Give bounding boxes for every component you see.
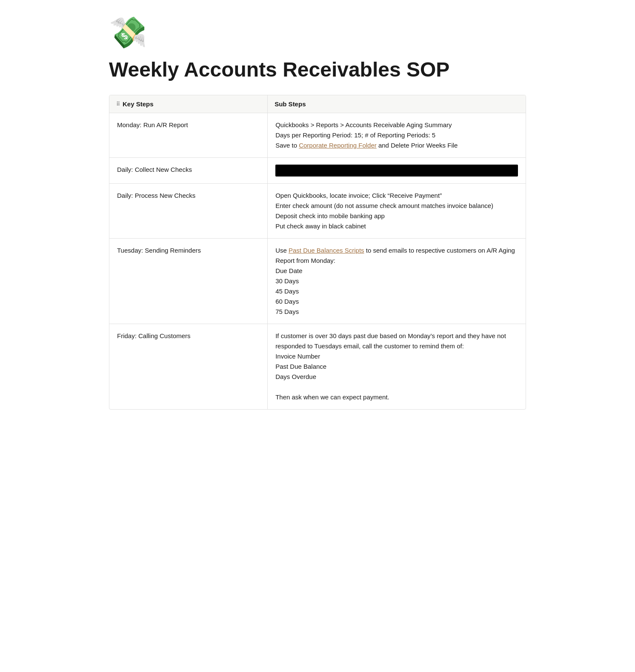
sub-step-line: Past Due Balance <box>275 362 518 372</box>
page-emoji: 💸 <box>109 17 526 48</box>
sub-steps-cell <box>268 158 526 184</box>
sub-step-line: Put check away in black cabinet <box>275 221 518 231</box>
table-wrapper: ⠿ Key Steps Sub Steps ⠿Monday: Run A/R R… <box>109 95 526 410</box>
key-step-text: Friday: Calling Customers <box>117 332 191 339</box>
sub-step-list-item: 45 Days <box>275 286 518 296</box>
col-key-steps-header: ⠿ Key Steps <box>109 95 268 113</box>
sub-step-save-line: Save to Corporate Reporting Folder and D… <box>275 140 518 151</box>
sub-step-line: Quickbooks > Reports > Accounts Receivab… <box>275 120 518 130</box>
sub-step-list-item: 30 Days <box>275 276 518 286</box>
table-row: ⠿Tuesday: Sending RemindersUse Past Due … <box>109 239 526 324</box>
table-header-row: ⠿ Key Steps Sub Steps <box>109 95 526 113</box>
sub-step-line: Days Overdue <box>275 372 518 382</box>
key-step-cell: ⠿Friday: Calling Customers <box>109 324 268 410</box>
sub-step-list-item: 75 Days <box>275 307 518 317</box>
key-step-cell: ⠿Tuesday: Sending Reminders <box>109 239 268 324</box>
key-step-cell: ⠿Monday: Run A/R Report <box>109 113 268 158</box>
table-row: ⠿Monday: Run A/R ReportQuickbooks > Repo… <box>109 113 526 158</box>
sub-step-line: Then ask when we can expect payment. <box>275 392 518 402</box>
key-step-cell: ⠿Daily: Process New Checks <box>109 184 268 239</box>
key-step-text: Monday: Run A/R Report <box>117 121 188 128</box>
key-step-text: Daily: Collect New Checks <box>117 166 192 173</box>
past-due-scripts-link[interactable]: Past Due Balances Scripts <box>289 247 364 254</box>
table-row: ⠿Daily: Process New ChecksOpen Quickbook… <box>109 184 526 239</box>
sub-step-line: Enter check amount (do not assume check … <box>275 201 518 211</box>
key-step-cell: ⠿Daily: Collect New Checks <box>109 158 268 184</box>
sub-steps-cell: Quickbooks > Reports > Accounts Receivab… <box>268 113 526 158</box>
page-title: Weekly Accounts Receivables SOP <box>109 58 526 81</box>
sub-step-list-item: Due Date <box>275 266 518 276</box>
sub-steps-cell: Open Quickbooks, locate invoice; Click “… <box>268 184 526 239</box>
redacted-content <box>275 165 518 177</box>
sub-steps-cell: Use Past Due Balances Scripts to send em… <box>268 239 526 324</box>
sub-step-line: Open Quickbooks, locate invoice; Click “… <box>275 191 518 201</box>
col1-drag-icon[interactable]: ⠿ <box>116 101 120 107</box>
sub-steps-cell: If customer is over 30 days past due bas… <box>268 324 526 410</box>
sub-step-list-item: 60 Days <box>275 296 518 307</box>
sub-step-line: Days per Reporting Period: 15; # of Repo… <box>275 130 518 140</box>
sub-step-line: If customer is over 30 days past due bas… <box>275 331 518 351</box>
table-row: ⠿Daily: Collect New Checks <box>109 158 526 184</box>
col-sub-steps-header: Sub Steps <box>268 95 526 113</box>
corporate-reporting-folder-link[interactable]: Corporate Reporting Folder <box>299 142 377 149</box>
table-row: ⠿Friday: Calling CustomersIf customer is… <box>109 324 526 410</box>
sub-step-intro: Use Past Due Balances Scripts to send em… <box>275 245 518 266</box>
sub-step-line: Deposit check into mobile banking app <box>275 211 518 221</box>
key-step-text: Tuesday: Sending Reminders <box>117 247 201 254</box>
key-step-text: Daily: Process New Checks <box>117 192 195 199</box>
sub-step-line: Invoice Number <box>275 351 518 362</box>
